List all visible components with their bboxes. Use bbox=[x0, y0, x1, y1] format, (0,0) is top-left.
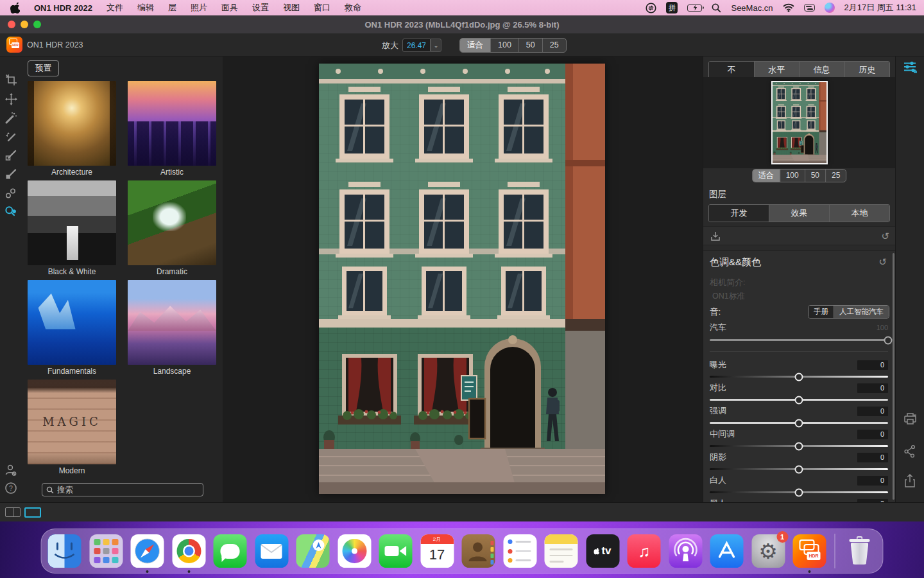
dock-finder-icon[interactable] bbox=[48, 534, 81, 568]
nav-25-button[interactable]: 25 bbox=[826, 170, 846, 182]
slider-contrast-value[interactable]: 0 bbox=[857, 383, 888, 393]
camera-profile-value[interactable]: ON1标准 bbox=[712, 291, 745, 302]
slider-midtones-knob[interactable] bbox=[795, 442, 803, 450]
tab-local[interactable]: 本地 bbox=[830, 205, 889, 222]
ai-auto-button[interactable]: 人工智能汽车 bbox=[834, 306, 889, 318]
menu-mask[interactable]: 面具 bbox=[221, 2, 238, 13]
export-icon[interactable] bbox=[903, 474, 916, 488]
slider-shadows-knob[interactable] bbox=[795, 465, 803, 473]
slider-midtones-value[interactable]: 0 bbox=[857, 430, 888, 439]
dock-mail-icon[interactable] bbox=[255, 534, 288, 568]
dock-calendar-icon[interactable]: 2月 17 bbox=[420, 534, 454, 568]
battery-icon[interactable] bbox=[687, 4, 702, 12]
zoom-fit-button[interactable]: 适合 bbox=[460, 39, 491, 52]
tab-history[interactable]: 历史 bbox=[845, 62, 890, 78]
dock-appletv-icon[interactable]: tv bbox=[586, 534, 619, 568]
slider-highlights-value[interactable]: 0 bbox=[857, 407, 888, 416]
account-icon[interactable] bbox=[4, 464, 17, 477]
menu-view[interactable]: 视图 bbox=[283, 2, 300, 13]
zoom-pan-tool-icon[interactable] bbox=[4, 206, 17, 218]
preset-fundamentals[interactable]: Fundamentals bbox=[28, 280, 116, 376]
preset-dramatic-thumbnail[interactable] bbox=[128, 180, 216, 265]
preset-black-white[interactable]: Black & White bbox=[28, 180, 116, 276]
input-method-icon[interactable]: 拼 bbox=[666, 2, 678, 13]
slider-contrast-track[interactable] bbox=[710, 399, 888, 401]
tab-levels[interactable]: 水平 bbox=[755, 62, 800, 78]
tab-effects[interactable]: 效果 bbox=[769, 205, 830, 222]
preset-architecture[interactable]: Architecture bbox=[28, 81, 116, 177]
save-preset-icon[interactable] bbox=[710, 231, 721, 242]
preset-dramatic[interactable]: Dramatic bbox=[128, 180, 216, 276]
adjust-brush-tool-icon[interactable] bbox=[4, 130, 17, 143]
nav-100-button[interactable]: 100 bbox=[780, 170, 805, 182]
preset-fundamentals-thumbnail[interactable] bbox=[28, 280, 116, 365]
menu-help[interactable]: 救命 bbox=[345, 2, 361, 13]
close-window-button[interactable] bbox=[8, 21, 15, 28]
preset-modern[interactable]: MAGIC Modern bbox=[28, 380, 116, 475]
slider-highlights-track[interactable] bbox=[710, 422, 888, 424]
zoom-25-button[interactable]: 25 bbox=[543, 39, 566, 52]
dock-maps-icon[interactable] bbox=[296, 534, 330, 568]
menu-layer[interactable]: 层 bbox=[168, 2, 176, 13]
dock-notes-icon[interactable] bbox=[545, 534, 578, 568]
dock-contacts-icon[interactable] bbox=[462, 534, 495, 568]
preset-search-box[interactable] bbox=[42, 483, 203, 496]
slider-midtones-track[interactable] bbox=[710, 445, 888, 447]
crop-tool-icon[interactable] bbox=[4, 73, 17, 86]
tab-develop[interactable]: 开发 bbox=[709, 205, 769, 222]
preset-artistic[interactable]: Artistic bbox=[128, 81, 216, 177]
tab-none[interactable]: 不 bbox=[709, 62, 755, 78]
dock-facetime-icon[interactable] bbox=[379, 534, 413, 568]
slider-whites-knob[interactable] bbox=[795, 488, 803, 496]
zoom-window-button[interactable] bbox=[33, 21, 41, 28]
menu-edit[interactable]: 编辑 bbox=[137, 2, 154, 13]
presets-button[interactable]: 预置 bbox=[28, 60, 59, 76]
share-nodes-icon[interactable] bbox=[903, 444, 916, 459]
dock-on1hdr-icon[interactable]: HDR bbox=[793, 534, 826, 568]
preset-artistic-thumbnail[interactable] bbox=[128, 81, 216, 166]
slider-exposure-value[interactable]: 0 bbox=[857, 360, 888, 370]
dock-launchpad-icon[interactable] bbox=[89, 534, 123, 568]
menubar-app-name[interactable]: ON1 HDR 2022 bbox=[34, 3, 92, 13]
retouch-tool-icon[interactable] bbox=[4, 187, 17, 200]
navigator-thumbnail[interactable] bbox=[771, 81, 828, 164]
gradient-mask-tool-icon[interactable] bbox=[4, 168, 17, 180]
preset-landscape[interactable]: Landscape bbox=[128, 280, 216, 376]
slider-auto-knob[interactable] bbox=[884, 336, 893, 344]
vpn-status-text[interactable]: SeeMac.cn bbox=[731, 3, 773, 13]
menu-window[interactable]: 窗口 bbox=[314, 2, 330, 13]
slider-exposure-track[interactable] bbox=[710, 376, 888, 378]
ai-wand-tool-icon[interactable] bbox=[4, 112, 17, 125]
minimize-window-button[interactable] bbox=[21, 21, 28, 28]
slider-exposure-knob[interactable] bbox=[795, 372, 803, 381]
slider-whites-track[interactable] bbox=[710, 491, 888, 493]
control-center-icon[interactable] bbox=[804, 4, 815, 12]
menu-photo[interactable]: 照片 bbox=[191, 2, 207, 13]
siri-icon[interactable] bbox=[825, 3, 835, 13]
apple-menu-icon[interactable] bbox=[10, 3, 20, 13]
menu-file[interactable]: 文件 bbox=[107, 2, 123, 13]
dock-trash-icon[interactable] bbox=[843, 534, 877, 568]
dock-appstore-icon[interactable] bbox=[710, 534, 744, 568]
tone-reset-icon[interactable]: ↺ bbox=[878, 257, 887, 267]
slider-auto-track[interactable] bbox=[710, 339, 888, 341]
preset-architecture-thumbnail[interactable] bbox=[28, 81, 116, 166]
zoom-100-button[interactable]: 100 bbox=[491, 39, 519, 52]
tab-info[interactable]: 信息 bbox=[800, 62, 845, 78]
preset-landscape-thumbnail[interactable] bbox=[128, 280, 216, 365]
nav-fit-button[interactable]: 适合 bbox=[753, 170, 780, 182]
nav-50-button[interactable]: 50 bbox=[805, 170, 826, 182]
preset-search-input[interactable] bbox=[57, 486, 199, 495]
preset-black-white-thumbnail[interactable] bbox=[28, 180, 116, 265]
sync-status-icon[interactable] bbox=[646, 3, 656, 13]
print-icon[interactable] bbox=[903, 412, 917, 425]
manual-button[interactable]: 手册 bbox=[809, 306, 834, 318]
slider-shadows-value[interactable]: 0 bbox=[857, 453, 888, 462]
undo-icon[interactable]: ↺ bbox=[881, 231, 889, 241]
slider-highlights-knob[interactable] bbox=[795, 419, 803, 427]
wifi-icon[interactable] bbox=[783, 3, 794, 12]
help-icon[interactable]: ? bbox=[4, 482, 17, 495]
single-view-icon[interactable] bbox=[24, 507, 41, 518]
dock-photos-icon[interactable] bbox=[338, 534, 371, 568]
slider-whites-value[interactable]: 0 bbox=[857, 476, 888, 486]
